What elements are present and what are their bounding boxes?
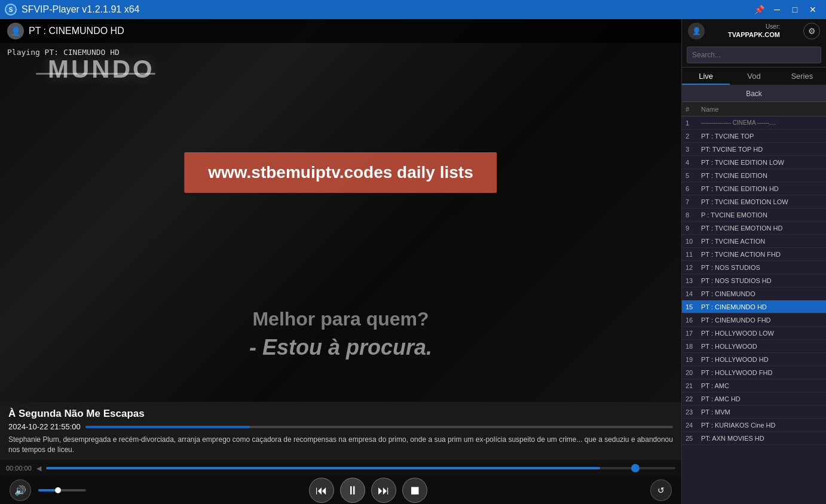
- channel-row-23[interactable]: 23PT : MVM: [682, 405, 826, 419]
- channel-row-4[interactable]: 4PT : TVCINE EDITION LOW: [682, 156, 826, 169]
- volume-button[interactable]: 🔊: [10, 480, 31, 501]
- channel-row-13[interactable]: 13PT : NOS STUDIOS HD: [682, 274, 826, 287]
- search-input[interactable]: [687, 47, 821, 63]
- next-button[interactable]: ⏭: [371, 478, 396, 503]
- channel-name-3: PT: TVCINE TOP HD: [701, 146, 822, 153]
- col-header-num: #: [686, 106, 701, 113]
- seek-thumb[interactable]: [631, 464, 640, 472]
- controls-bar: 🔊 ⏮ ⏸ ⏭ ⏹ ↺: [0, 477, 681, 504]
- video-content[interactable]: MUNDO www.stbemuiptv.codes daily lists M…: [0, 19, 681, 402]
- channel-row-10[interactable]: 10PT : TVCINE ACTION: [682, 235, 826, 248]
- volume-thumb[interactable]: [55, 487, 61, 493]
- channel-name-22: PT : AMC HD: [701, 395, 822, 402]
- channel-row-12[interactable]: 12PT : NOS STUDIOS: [682, 261, 826, 274]
- volume-fill: [38, 489, 55, 491]
- playing-text: Playing PT: CINEMUNDO HD: [7, 48, 120, 57]
- channel-list-header: # Name: [682, 102, 826, 116]
- channel-num-19: 19: [686, 356, 701, 363]
- channel-list[interactable]: 1--------------- CINEMA ------....2PT : …: [682, 116, 826, 504]
- seek-track[interactable]: [46, 467, 675, 469]
- seek-filled: [46, 467, 600, 469]
- channel-row-16[interactable]: 16PT : CINEMUNDO FHD: [682, 314, 826, 327]
- channel-row-1[interactable]: 1--------------- CINEMA ------....: [682, 116, 826, 130]
- stop-button[interactable]: ⏹: [402, 478, 427, 503]
- channel-row-20[interactable]: 20PT : HOLLYWOOD FHD: [682, 366, 826, 379]
- channel-num-23: 23: [686, 408, 701, 416]
- maximize-button[interactable]: □: [787, 4, 803, 16]
- channel-name-14: PT : CINEMUNDO: [701, 290, 822, 297]
- playing-indicator: Playing PT: CINEMUNDO HD: [7, 48, 120, 57]
- seek-bar-row: 00:00:00 ◀: [0, 460, 681, 477]
- channel-num-17: 17: [686, 330, 701, 337]
- channel-num-8: 8: [686, 211, 701, 219]
- channel-num-12: 12: [686, 264, 701, 271]
- channel-name-15: PT : CINEMUNDO HD: [701, 303, 822, 311]
- channel-row-9[interactable]: 9PT : TVCINE EMOTION HD: [682, 222, 826, 235]
- show-description: Stephanie Plum, desempregada e recém-div…: [8, 435, 673, 455]
- channel-row-22[interactable]: 22PT : AMC HD: [682, 392, 826, 405]
- channel-row-15[interactable]: 15PT : CINEMUNDO HD: [682, 300, 826, 314]
- channel-name-12: PT : NOS STUDIOS: [701, 264, 822, 271]
- channel-row-11[interactable]: 11PT : TVCINE ACTION FHD: [682, 248, 826, 261]
- show-datetime-row: 2024-10-22 21:55:00: [8, 422, 673, 431]
- channel-num-4: 4: [686, 159, 701, 166]
- controls-center: ⏮ ⏸ ⏭ ⏹: [309, 478, 427, 503]
- app-icon: S: [5, 4, 17, 16]
- channel-name-21: PT : AMC: [701, 382, 822, 389]
- prev-button[interactable]: ⏮: [309, 478, 334, 503]
- channel-name-5: PT : TVCINE EDITION: [701, 172, 822, 179]
- channel-num-9: 9: [686, 225, 701, 232]
- channel-name-9: PT : TVCINE EMOTION HD: [701, 225, 822, 232]
- user-label: User:: [728, 23, 780, 30]
- main-layout: 👤 PT : CINEMUNDO HD Playing PT: CINEMUND…: [0, 19, 826, 504]
- channel-name-23: PT : MVM: [701, 408, 822, 416]
- settings-button[interactable]: ⚙: [803, 23, 820, 39]
- channel-num-10: 10: [686, 238, 701, 245]
- time-separator: ◀: [36, 465, 41, 472]
- channel-num-3: 3: [686, 146, 701, 153]
- tab-vod[interactable]: Vod: [730, 67, 778, 85]
- channel-row-24[interactable]: 24PT : KURIAKOS Cine HD: [682, 419, 826, 432]
- channel-row-3[interactable]: 3PT: TVCINE TOP HD: [682, 143, 826, 156]
- pin-button[interactable]: 📌: [751, 4, 767, 16]
- channel-name-2: PT : TVCINE TOP: [701, 133, 822, 140]
- right-header-left: 👤: [688, 23, 705, 39]
- back-button[interactable]: Back: [746, 90, 762, 98]
- channel-name-19: PT : HOLLYWOOD HD: [701, 356, 822, 363]
- channel-row-2[interactable]: 2PT : TVCINE TOP: [682, 130, 826, 143]
- tab-live[interactable]: Live: [682, 67, 730, 85]
- channel-row-18[interactable]: 18PT : HOLLYWOOD: [682, 340, 826, 353]
- mundo-logo-underline: [36, 73, 155, 75]
- minimize-button[interactable]: ─: [769, 4, 785, 16]
- progress-bar-container[interactable]: [85, 426, 673, 428]
- channel-name-24: PT : KURIAKOS Cine HD: [701, 422, 822, 429]
- titlebar: S SFVIP-Player v1.2.1.91 x64 📌 ─ □ ✕: [0, 0, 826, 19]
- header-bar: 👤 PT : CINEMUNDO HD: [0, 19, 681, 43]
- pause-button[interactable]: ⏸: [340, 478, 365, 503]
- channel-num-2: 2: [686, 133, 701, 140]
- time-current: 00:00:00: [6, 465, 32, 472]
- channel-row-21[interactable]: 21PT : AMC: [682, 379, 826, 392]
- controls-left: 🔊: [10, 480, 86, 501]
- replay-button[interactable]: ↺: [650, 480, 672, 501]
- channel-row-8[interactable]: 8P : TVCINE EMOTION: [682, 208, 826, 222]
- channel-num-14: 14: [686, 290, 701, 297]
- tab-series[interactable]: Series: [778, 67, 826, 85]
- channel-num-25: 25: [686, 435, 701, 442]
- channel-row-5[interactable]: 5PT : TVCINE EDITION: [682, 169, 826, 182]
- channel-row-14[interactable]: 14PT : CINEMUNDO: [682, 287, 826, 300]
- channel-row-7[interactable]: 7PT : TVCINE EMOTION LOW: [682, 195, 826, 208]
- channel-title: PT : CINEMUNDO HD: [29, 26, 124, 36]
- video-area: 👤 PT : CINEMUNDO HD Playing PT: CINEMUND…: [0, 19, 681, 504]
- channel-row-19[interactable]: 19PT : HOLLYWOOD HD: [682, 353, 826, 366]
- progress-bar-fill: [85, 426, 250, 428]
- volume-track[interactable]: [38, 489, 86, 491]
- mundo-logo: MUNDO: [48, 55, 155, 84]
- channel-row-17[interactable]: 17PT : HOLLYWOOD LOW: [682, 327, 826, 340]
- titlebar-title: SFVIP-Player v1.2.1.91 x64: [22, 4, 139, 15]
- close-button[interactable]: ✕: [804, 4, 821, 16]
- channel-row-25[interactable]: 25PT: AXN MOVIES HD: [682, 432, 826, 445]
- user-info: User: TVAPPAPK.COM: [728, 23, 780, 39]
- channel-num-15: 15: [686, 303, 701, 311]
- channel-row-6[interactable]: 6PT : TVCINE EDITION HD: [682, 182, 826, 195]
